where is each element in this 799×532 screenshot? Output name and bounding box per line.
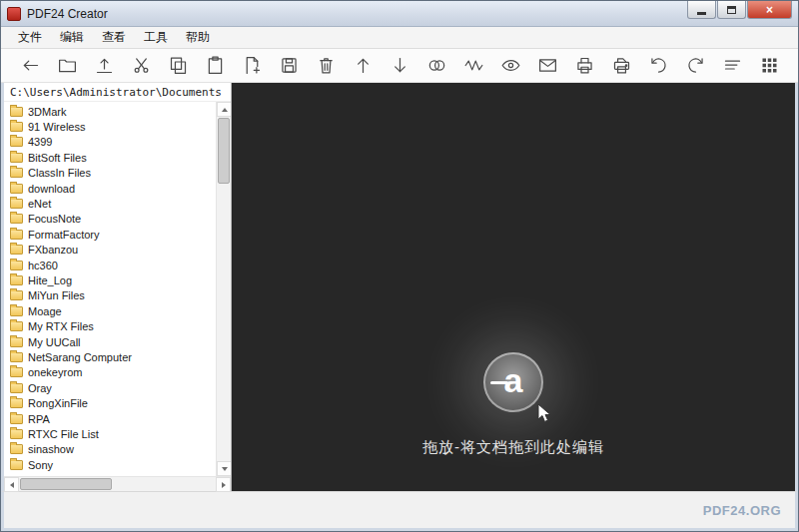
folder-item[interactable]: 91 Wireless <box>7 119 215 134</box>
folder-item[interactable]: 3DMark <box>7 104 215 119</box>
folder-item[interactable]: FormatFactory <box>7 227 215 242</box>
paste-icon[interactable] <box>202 53 228 79</box>
folder-item[interactable]: download <box>7 181 215 196</box>
cut-icon[interactable] <box>128 53 154 79</box>
current-path: C:\Users\Administrator\Documents <box>4 83 231 101</box>
folder-icon <box>10 230 23 240</box>
folder-label: 4399 <box>28 136 52 148</box>
mail-icon[interactable] <box>534 53 560 79</box>
folder-label: download <box>28 183 75 195</box>
pdf24-logo: a <box>483 352 543 412</box>
move-up-icon[interactable] <box>350 53 376 79</box>
compress-icon[interactable] <box>460 53 486 79</box>
folder-label: FormatFactory <box>28 229 100 241</box>
status-bar: PDF24.ORG <box>1 491 798 531</box>
folder-label: Oray <box>28 382 52 394</box>
folder-icon <box>10 290 23 300</box>
folder-item[interactable]: 4399 <box>7 135 215 150</box>
folder-item[interactable]: BitSoft Files <box>7 150 215 165</box>
grid-view-icon[interactable] <box>756 53 782 79</box>
drop-zone[interactable]: a 拖放-将文档拖到此处编辑 <box>232 83 795 491</box>
folder-item[interactable]: FocusNote <box>7 212 215 227</box>
folder-up-icon[interactable] <box>91 53 117 79</box>
toolbar <box>1 49 798 83</box>
menu-item-4[interactable]: 工具 <box>135 27 177 48</box>
horizontal-scrollbar[interactable] <box>4 476 231 491</box>
open-folder-icon[interactable] <box>54 53 80 79</box>
folder-item[interactable]: Oray <box>7 380 215 395</box>
menu-item-5[interactable]: 帮助 <box>177 27 219 48</box>
folder-item[interactable]: Sony <box>7 457 215 472</box>
vertical-scrollbar[interactable] <box>216 102 231 476</box>
maximize-button[interactable] <box>717 1 746 19</box>
join-icon[interactable] <box>423 53 449 79</box>
folder-item[interactable]: RPA <box>7 411 215 426</box>
folder-icon <box>10 245 23 255</box>
folder-item[interactable]: RTXC File List <box>7 426 215 441</box>
menu-item-3[interactable]: 查看 <box>93 27 135 48</box>
back-icon[interactable] <box>17 53 43 79</box>
folder-item[interactable]: FXbanzou <box>7 243 215 258</box>
folder-icon <box>10 168 23 178</box>
folder-icon <box>10 367 23 377</box>
folder-label: eNet <box>28 198 51 210</box>
folder-item[interactable]: My UUCall <box>7 334 215 349</box>
folder-item[interactable]: eNet <box>7 196 215 211</box>
folder-list: 3DMark91 Wireless4399BitSoft FilesClassI… <box>4 102 215 476</box>
folder-label: ClassIn Files <box>28 167 91 179</box>
horizontal-scroll-thumb[interactable] <box>20 478 112 490</box>
folder-icon <box>10 214 23 224</box>
menu-item-2[interactable]: 编辑 <box>51 27 93 48</box>
menu-item-1[interactable]: 文件 <box>9 27 51 48</box>
folder-label: BitSoft Files <box>28 152 87 164</box>
folder-icon <box>10 122 23 132</box>
folder-item[interactable]: onekeyrom <box>7 365 215 380</box>
triangle-down-icon <box>222 467 228 471</box>
app-window: PDF24 Creator × 文件编辑查看工具帮助 C <box>0 0 799 532</box>
folder-item[interactable]: Hite_Log <box>7 272 215 287</box>
copy-icon[interactable] <box>165 53 191 79</box>
triangle-left-icon <box>10 482 14 488</box>
folder-item[interactable]: My RTX Files <box>7 318 215 333</box>
scroll-right-button[interactable] <box>216 477 231 492</box>
preview-icon[interactable] <box>497 53 523 79</box>
folder-item[interactable]: MiYun Files <box>7 288 215 303</box>
scroll-down-button[interactable] <box>217 461 231 476</box>
brand-label: PDF24.ORG <box>703 503 781 518</box>
folder-item[interactable]: hc360 <box>7 258 215 272</box>
folder-label: NetSarang Computer <box>28 351 132 363</box>
folder-icon <box>10 337 23 347</box>
folder-item[interactable]: RongXinFile <box>7 395 215 410</box>
logo-circle: a <box>483 352 543 412</box>
folder-item[interactable]: Moage <box>7 303 215 318</box>
save-icon[interactable] <box>276 53 302 79</box>
folder-label: My UUCall <box>28 336 81 348</box>
print-icon[interactable] <box>571 53 597 79</box>
fax-icon[interactable] <box>608 53 634 79</box>
folder-icon <box>10 444 23 454</box>
list-view-icon[interactable] <box>719 53 745 79</box>
folder-item[interactable]: sinashow <box>7 442 215 457</box>
app-icon <box>7 7 21 21</box>
add-page-icon[interactable] <box>239 53 265 79</box>
folder-item[interactable]: NetSarang Computer <box>7 349 215 364</box>
delete-icon[interactable] <box>313 53 339 79</box>
move-down-icon[interactable] <box>387 53 412 79</box>
close-button[interactable]: × <box>747 1 792 19</box>
maximize-icon <box>727 6 736 14</box>
folder-label: FXbanzou <box>28 244 78 256</box>
minimize-button[interactable] <box>687 1 716 19</box>
file-explorer-panel: C:\Users\Administrator\Documents 3DMark9… <box>4 83 232 491</box>
folder-icon <box>10 383 23 393</box>
scroll-left-button[interactable] <box>4 477 19 492</box>
vertical-scroll-thumb[interactable] <box>218 118 230 184</box>
rotate-left-icon[interactable] <box>645 53 671 79</box>
folder-item[interactable]: ClassIn Files <box>7 166 215 181</box>
folder-label: onekeyrom <box>28 366 82 378</box>
rotate-right-icon[interactable] <box>682 53 708 79</box>
triangle-up-icon <box>222 108 228 112</box>
scroll-up-button[interactable] <box>217 102 231 117</box>
folder-icon <box>10 306 23 316</box>
folder-icon <box>10 414 23 424</box>
folder-label: My RTX Files <box>28 320 94 332</box>
